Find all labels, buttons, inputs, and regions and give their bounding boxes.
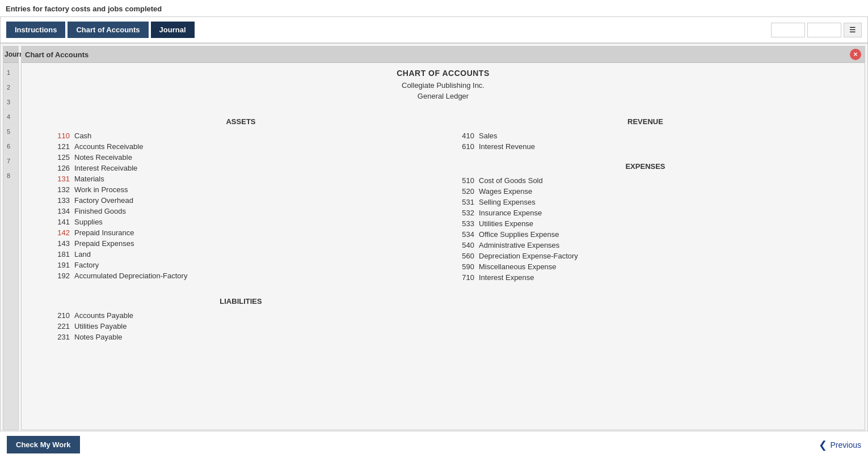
account-number: 132 <box>50 185 70 194</box>
coa-company: Collegiate Publishing Inc. <box>33 81 853 90</box>
account-name: Accumulated Depreciation-Factory <box>74 272 187 280</box>
chart-close-button[interactable]: × <box>850 49 861 60</box>
expenses-section: EXPENSES 510Cost of Goods Sold520Wages E… <box>454 162 836 282</box>
account-number: 710 <box>454 273 474 282</box>
account-name: Factory <box>74 261 99 269</box>
account-number: 532 <box>454 209 474 217</box>
account-number: 133 <box>50 196 70 205</box>
coa-left-col: ASSETS 110Cash121Accounts Receivable125N… <box>50 112 432 343</box>
account-name: Miscellaneous Expense <box>479 262 557 271</box>
asset-row: 181Land <box>50 250 432 258</box>
chart-panel-title: Chart of Accounts <box>25 50 89 59</box>
tab-instructions[interactable]: Instructions <box>6 22 65 38</box>
hamburger-icon: ☰ <box>849 26 856 34</box>
account-number: 510 <box>454 176 474 185</box>
expense-row: 532Insurance Expense <box>454 209 836 217</box>
account-name: Supplies <box>74 218 103 226</box>
account-name: Materials <box>74 175 104 183</box>
toolbar-right: ☰ <box>771 23 862 37</box>
expenses-list: 510Cost of Goods Sold520Wages Expense531… <box>454 176 836 282</box>
expense-row: 531Selling Expenses <box>454 198 836 206</box>
coa-right-col: REVENUE 410Sales610Interest Revenue EXPE… <box>454 112 836 343</box>
expenses-header: EXPENSES <box>454 162 836 171</box>
journal-row: 8 <box>5 168 17 183</box>
account-name: Cost of Goods Sold <box>479 176 543 185</box>
account-number: 520 <box>454 187 474 196</box>
journal-row: 1 <box>5 65 17 80</box>
account-name: Utilities Payable <box>74 322 127 330</box>
asset-row: 133Factory Overhead <box>50 196 432 205</box>
asset-row: 191Factory <box>50 261 432 269</box>
journal-row-list: 1 2 3 4 5 6 7 8 <box>3 63 18 185</box>
account-number: 540 <box>454 241 474 249</box>
assets-header: ASSETS <box>50 117 432 126</box>
expense-row: 534Office Supplies Expense <box>454 230 836 239</box>
account-number: 410 <box>454 132 474 140</box>
revenue-row: 610Interest Revenue <box>454 142 836 151</box>
expense-row: 540Administrative Expenses <box>454 241 836 249</box>
revenue-list: 410Sales610Interest Revenue <box>454 132 836 151</box>
expense-row: 510Cost of Goods Sold <box>454 176 836 185</box>
account-name: Interest Receivable <box>74 164 137 172</box>
account-name: Wages Expense <box>479 187 532 196</box>
account-number: 191 <box>50 261 70 269</box>
account-name: Work in Process <box>74 185 128 194</box>
coa-columns: ASSETS 110Cash121Accounts Receivable125N… <box>33 112 853 343</box>
assets-list: 110Cash121Accounts Receivable125Notes Re… <box>50 132 432 280</box>
revenue-header: REVENUE <box>454 117 836 126</box>
account-number: 531 <box>454 198 474 206</box>
account-number: 533 <box>454 219 474 228</box>
liabilities-list: 210Accounts Payable221Utilities Payable2… <box>50 311 432 341</box>
account-name: Interest Expense <box>479 273 534 282</box>
liability-row: 231Notes Payable <box>50 333 432 341</box>
account-name: Cash <box>74 132 91 140</box>
account-number: 192 <box>50 272 70 280</box>
account-number: 231 <box>50 333 70 341</box>
asset-row: 126Interest Receivable <box>50 164 432 172</box>
liability-row: 221Utilities Payable <box>50 322 432 330</box>
asset-row: 110Cash <box>50 132 432 140</box>
coa-heading: CHART OF ACCOUNTS <box>33 69 853 78</box>
account-number: 121 <box>50 142 70 151</box>
expense-row: 533Utilities Expense <box>454 219 836 228</box>
tab-chart-of-accounts[interactable]: Chart of Accounts <box>68 22 148 38</box>
journal-row: 6 <box>5 139 17 154</box>
account-name: Prepaid Insurance <box>74 228 134 237</box>
coa-subtitle: General Ledger <box>33 92 853 100</box>
toolbar-input-2[interactable] <box>807 23 841 37</box>
account-name: Sales <box>479 132 498 140</box>
account-number: 143 <box>50 239 70 248</box>
account-name: Finished Goods <box>74 207 126 215</box>
account-number: 141 <box>50 218 70 226</box>
account-name: Notes Payable <box>74 333 123 341</box>
journal-panel: Journal × 1 2 3 4 5 6 7 8 <box>3 46 19 430</box>
account-number: 181 <box>50 250 70 258</box>
journal-row: 5 <box>5 124 17 139</box>
chart-inner-content: CHART OF ACCOUNTS Collegiate Publishing … <box>22 63 865 429</box>
account-number: 560 <box>454 252 474 260</box>
account-name: Accounts Payable <box>74 311 133 320</box>
main-content: Journal × 1 2 3 4 5 6 7 8 Chart of Accou… <box>0 43 868 433</box>
expense-row: 590Miscellaneous Expense <box>454 262 836 271</box>
asset-row: 134Finished Goods <box>50 207 432 215</box>
toolbar-menu-button[interactable]: ☰ <box>844 23 862 37</box>
account-number: 125 <box>50 153 70 162</box>
account-number: 610 <box>454 142 474 151</box>
asset-row: 131Materials <box>50 175 432 183</box>
account-name: Accounts Receivable <box>74 142 143 151</box>
account-name: Depreciation Expense-Factory <box>479 252 578 260</box>
account-name: Selling Expenses <box>479 198 536 206</box>
journal-panel-header: Journal × <box>3 46 18 63</box>
account-number: 110 <box>50 132 70 140</box>
tab-journal[interactable]: Journal <box>151 22 195 38</box>
journal-row: 4 <box>5 109 17 124</box>
liability-row: 210Accounts Payable <box>50 311 432 320</box>
account-number: 210 <box>50 311 70 320</box>
account-number: 590 <box>454 262 474 271</box>
asset-row: 142Prepaid Insurance <box>50 228 432 237</box>
account-name: Factory Overhead <box>74 196 133 205</box>
toolbar-input-1[interactable] <box>771 23 805 37</box>
liabilities-section: LIABILITIES 210Accounts Payable221Utilit… <box>50 297 432 341</box>
journal-row: 2 <box>5 80 17 95</box>
asset-row: 121Accounts Receivable <box>50 142 432 151</box>
